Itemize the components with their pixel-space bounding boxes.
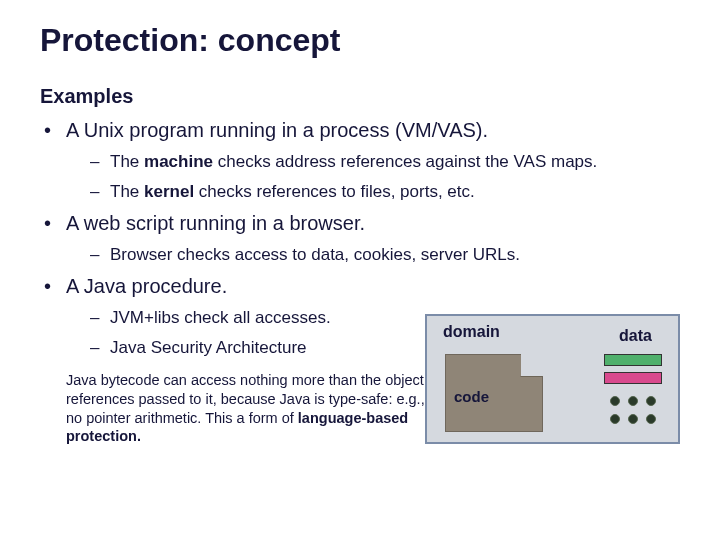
bullet-unix-sublist: The machine checks address references ag… <box>66 151 680 203</box>
bytecode-note: Java bytecode can access nothing more th… <box>66 371 436 445</box>
sub-machine: The machine checks address references ag… <box>66 151 680 173</box>
bullet-unix: A Unix program running in a process (VM/… <box>40 118 680 203</box>
bullet-unix-text: A Unix program running in a process (VM/… <box>66 119 488 141</box>
slide: Protection: concept Examples A Unix prog… <box>0 0 720 540</box>
domain-diagram: domain data code <box>425 314 680 444</box>
examples-heading: Examples <box>40 85 680 108</box>
bullet-webscript-sublist: Browser checks access to data, cookies, … <box>66 244 680 266</box>
code-label: code <box>454 388 489 407</box>
bullet-java: A Java procedure. JVM+libs check all acc… <box>40 274 680 445</box>
data-dots-icon <box>604 392 660 432</box>
bullet-webscript: A web script running in a browser. Brows… <box>40 211 680 266</box>
sub-browser: Browser checks access to data, cookies, … <box>66 244 680 266</box>
sub-kernel: The kernel checks references to files, p… <box>66 181 680 203</box>
bullet-java-text: A Java procedure. <box>66 275 227 297</box>
slide-title: Protection: concept <box>40 22 680 59</box>
data-bar-green-icon <box>604 354 662 366</box>
data-label: data <box>619 326 652 346</box>
bullet-list: A Unix program running in a process (VM/… <box>40 118 680 446</box>
domain-label: domain <box>443 322 500 342</box>
bullet-webscript-text: A web script running in a browser. <box>66 212 365 234</box>
data-bar-pink-icon <box>604 372 662 384</box>
